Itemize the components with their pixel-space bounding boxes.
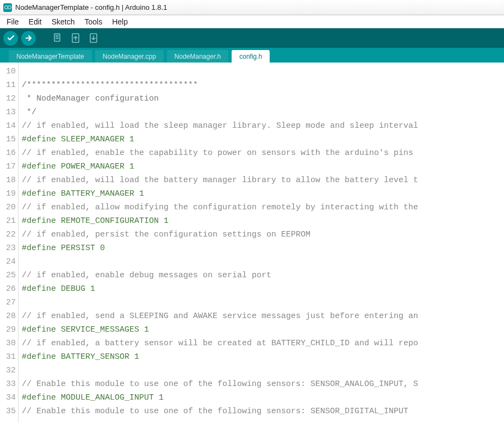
code-line[interactable]: #define BATTERY_SENSOR 1 <box>22 350 504 364</box>
tab-nodemanager-h[interactable]: NodeManager.h <box>167 50 228 63</box>
line-number: 20 <box>0 201 16 214</box>
save-sketch-button[interactable] <box>86 31 101 46</box>
code-line[interactable]: // Enable this module to use one of the … <box>22 405 504 418</box>
code-line[interactable]: // Enable this module to use one of the … <box>22 377 504 391</box>
line-number: 17 <box>0 160 16 173</box>
code-line[interactable]: // if enabled, persist the configuration… <box>22 228 504 241</box>
code-token: #define REMOTE_CONFIGURATION 1 <box>22 216 169 226</box>
open-sketch-button[interactable] <box>68 31 83 46</box>
line-number: 27 <box>0 296 16 309</box>
code-token: #define SLEEP_MANAGER 1 <box>22 135 134 144</box>
menu-sketch[interactable]: Sketch <box>47 16 79 27</box>
line-number: 26 <box>0 282 16 296</box>
line-number: 25 <box>0 269 16 282</box>
code-token: #define POWER_MANAGER 1 <box>22 162 134 171</box>
verify-button[interactable] <box>3 31 18 46</box>
menu-help[interactable]: Help <box>108 16 132 27</box>
arrow-right-icon <box>24 34 33 42</box>
code-token: #define BATTERY_MANAGER 1 <box>22 189 144 198</box>
line-number: 10 <box>0 65 16 78</box>
arrow-up-icon <box>70 33 81 43</box>
code-token: #define BATTERY_SENSOR 1 <box>22 352 139 362</box>
code-line[interactable] <box>22 364 504 377</box>
tab-config-h[interactable]: config.h <box>232 50 270 63</box>
code-line[interactable]: #define POWER_MANAGER 1 <box>22 160 504 173</box>
window-title: NodeManagerTemplate - config.h | Arduino… <box>15 3 167 11</box>
new-sketch-button[interactable] <box>50 31 65 46</box>
menu-edit[interactable]: Edit <box>24 16 46 27</box>
code-token: #define DEBUG 1 <box>22 284 95 294</box>
code-token: // if enabled, enable the capability to … <box>22 148 413 158</box>
code-line[interactable]: // if enabled, allow modifying the confi… <box>22 201 504 214</box>
line-number: 31 <box>0 350 16 364</box>
code-line[interactable]: #define DEBUG 1 <box>22 282 504 296</box>
menu-file[interactable]: File <box>2 16 23 27</box>
line-number: 15 <box>0 133 16 146</box>
code-line[interactable]: #define BATTERY_MANAGER 1 <box>22 187 504 201</box>
line-number: 30 <box>0 337 16 350</box>
line-number: 34 <box>0 391 16 405</box>
line-number: 28 <box>0 309 16 323</box>
code-line[interactable]: // if enabled, enable the capability to … <box>22 146 504 160</box>
line-number: 22 <box>0 228 16 241</box>
line-number: 19 <box>0 187 16 201</box>
code-token: /*********************************** <box>22 80 198 90</box>
code-line[interactable] <box>22 65 504 78</box>
code-token: // if enabled, a battery sensor will be … <box>22 339 418 348</box>
code-line[interactable]: // if enabled, will load the sleep manag… <box>22 119 504 133</box>
code-line[interactable]: * NodeManager configuration <box>22 92 504 105</box>
line-number: 16 <box>0 146 16 160</box>
arduino-app-icon <box>3 3 12 12</box>
code-token: #define SERVICE_MESSAGES 1 <box>22 325 149 334</box>
code-token: // if enabled, enable debug messages on … <box>22 271 271 280</box>
code-area[interactable]: /*********************************** * N… <box>18 63 504 423</box>
line-number: 23 <box>0 241 16 255</box>
code-line[interactable]: #define PERSIST 0 <box>22 241 504 255</box>
code-token: // if enabled, send a SLEEPING and AWAKE… <box>22 312 418 321</box>
code-line[interactable]: // if enabled, a battery sensor will be … <box>22 337 504 350</box>
code-token: // if enabled, will load the sleep manag… <box>22 121 418 130</box>
line-number: 14 <box>0 119 16 133</box>
line-number: 13 <box>0 105 16 119</box>
code-line[interactable]: #define REMOTE_CONFIGURATION 1 <box>22 214 504 228</box>
tab-nodemanager-cpp[interactable]: NodeManager.cpp <box>95 50 164 63</box>
tab-nodemanagertemplate[interactable]: NodeManagerTemplate <box>9 50 92 63</box>
code-token: // if enabled, allow modifying the confi… <box>22 203 418 212</box>
code-line[interactable]: */ <box>22 105 504 119</box>
file-new-icon <box>52 33 63 43</box>
upload-button[interactable] <box>21 31 36 46</box>
code-token: // if enabled, will load the battery man… <box>22 176 418 185</box>
line-number: 33 <box>0 377 16 391</box>
tool-bar <box>0 28 504 48</box>
code-token: // Enable this module to use one of the … <box>22 407 408 416</box>
arrow-down-icon <box>88 33 99 43</box>
title-bar: NodeManagerTemplate - config.h | Arduino… <box>0 0 504 15</box>
line-number: 18 <box>0 173 16 187</box>
code-line[interactable]: #define MODULE_ANALOG_INPUT 1 <box>22 391 504 405</box>
line-number-gutter: 1011121314151617181920212223242526272829… <box>0 63 18 423</box>
code-line[interactable] <box>22 255 504 269</box>
menu-bar: File Edit Sketch Tools Help <box>0 15 504 28</box>
line-number: 24 <box>0 255 16 269</box>
line-number: 35 <box>0 405 16 418</box>
code-line[interactable]: // if enabled, will load the battery man… <box>22 173 504 187</box>
tab-bar: NodeManagerTemplate NodeManager.cpp Node… <box>0 48 504 63</box>
code-line[interactable]: #define SERVICE_MESSAGES 1 <box>22 323 504 337</box>
code-line[interactable]: // if enabled, enable debug messages on … <box>22 269 504 282</box>
code-line[interactable]: // if enabled, send a SLEEPING and AWAKE… <box>22 309 504 323</box>
line-number: 32 <box>0 364 16 377</box>
line-number: 21 <box>0 214 16 228</box>
code-editor[interactable]: 1011121314151617181920212223242526272829… <box>0 63 504 423</box>
code-token: // Enable this module to use one of the … <box>22 380 418 389</box>
svg-rect-0 <box>54 34 60 41</box>
code-token: #define PERSIST 0 <box>22 244 105 253</box>
line-number: 29 <box>0 323 16 337</box>
code-token: // if enabled, persist the configuration… <box>22 230 310 239</box>
code-token: #define MODULE_ANALOG_INPUT 1 <box>22 393 164 402</box>
code-line[interactable] <box>22 296 504 309</box>
line-number: 11 <box>0 78 16 92</box>
code-line[interactable]: #define SLEEP_MANAGER 1 <box>22 133 504 146</box>
code-line[interactable]: /*********************************** <box>22 78 504 92</box>
code-token: */ <box>22 108 36 117</box>
menu-tools[interactable]: Tools <box>80 16 107 27</box>
